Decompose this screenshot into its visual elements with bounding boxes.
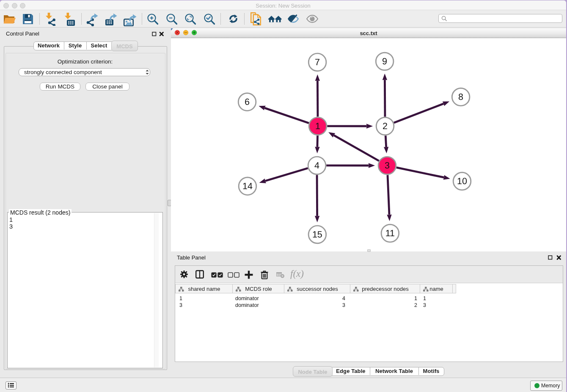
svg-text:6: 6 — [245, 97, 250, 107]
svg-text:14: 14 — [242, 181, 253, 191]
svg-text:11: 11 — [385, 228, 395, 238]
svg-text:4: 4 — [314, 160, 319, 171]
svg-text:9: 9 — [382, 56, 387, 66]
svg-text:10: 10 — [457, 176, 467, 186]
svg-text:15: 15 — [312, 229, 322, 240]
svg-text:7: 7 — [315, 57, 320, 67]
svg-text:3: 3 — [385, 160, 390, 171]
svg-text:1: 1 — [315, 121, 320, 131]
svg-text:8: 8 — [458, 92, 463, 102]
svg-text:2: 2 — [383, 121, 388, 131]
